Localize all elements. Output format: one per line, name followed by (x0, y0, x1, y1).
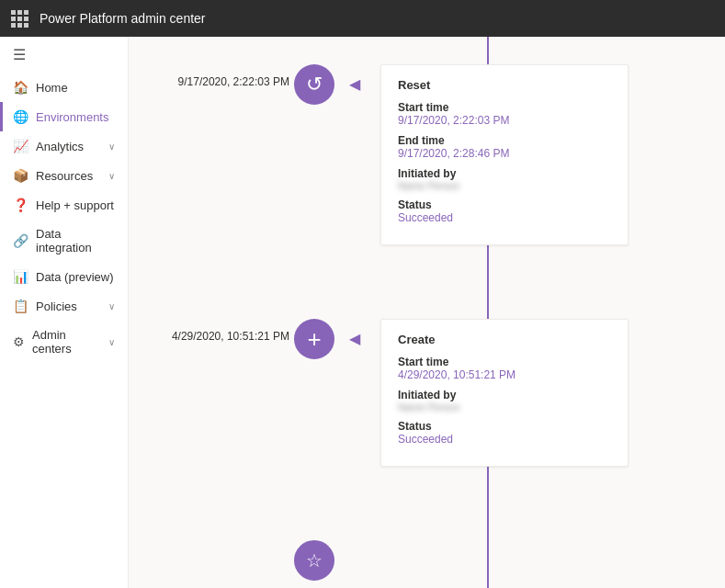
data-integration-icon: 🔗 (13, 233, 28, 248)
timeline-event-create: 4/29/2020, 10:51:21 PM + ◀ Create Start … (294, 319, 725, 467)
timeline: 9/17/2020, 2:22:03 PM ↺ ◀ Reset Start ti… (129, 37, 725, 588)
reset-end-time-value: 9/17/2020, 2:28:46 PM (398, 147, 611, 160)
sidebar-item-environments[interactable]: 🌐 Environments (0, 102, 128, 131)
resources-chevron-icon: ∨ (108, 171, 115, 181)
reset-icon: ↺ (294, 64, 334, 105)
reset-start-time-value: 9/17/2020, 2:22:03 PM (398, 114, 611, 127)
create-card-title: Create (398, 333, 611, 346)
main-content: 9/17/2020, 2:22:03 PM ↺ ◀ Reset Start ti… (129, 37, 725, 588)
create-initiated-by-value: Name Person (398, 401, 611, 413)
create-initiated-by-label: Initiated by (398, 389, 611, 401)
sidebar-label-policies: Policies (36, 300, 77, 313)
environments-icon: 🌐 (13, 109, 28, 124)
timeline-event-reset: 9/17/2020, 2:22:03 PM ↺ ◀ Reset Start ti… (294, 64, 725, 245)
sidebar-item-home[interactable]: 🏠 Home (0, 73, 128, 102)
sidebar-label-home: Home (36, 81, 68, 95)
reset-event-card: Reset Start time 9/17/2020, 2:22:03 PM E… (380, 64, 629, 245)
reset-status-label: Status (398, 198, 611, 211)
timeline-event-star: ☆ (294, 540, 725, 581)
sidebar-item-admin-centers[interactable]: ⚙ Admin centers ∨ (0, 321, 128, 363)
reset-start-time-label: Start time (398, 101, 611, 114)
policies-chevron-icon: ∨ (108, 301, 115, 311)
topbar: Power Platform admin center (0, 0, 725, 37)
reset-card-title: Reset (398, 78, 611, 92)
reset-icon-wrapper: ↺ ◀ (294, 64, 334, 105)
sidebar-label-resources: Resources (36, 169, 93, 183)
create-start-time-field: Start time 4/29/2020, 10:51:21 PM (398, 356, 611, 381)
create-start-time-value: 4/29/2020, 10:51:21 PM (398, 368, 611, 381)
sidebar-label-data-integration: Data integration (36, 227, 115, 254)
sidebar-label-analytics: Analytics (36, 140, 84, 153)
resources-icon: 📦 (13, 168, 28, 183)
sidebar-item-analytics[interactable]: 📈 Analytics ∨ (0, 131, 128, 161)
sidebar-label-data-preview: Data (preview) (36, 270, 114, 284)
reset-end-time-label: End time (398, 134, 611, 147)
create-status-label: Status (398, 420, 611, 433)
analytics-chevron-icon: ∨ (108, 141, 115, 152)
create-event-card: Create Start time 4/29/2020, 10:51:21 PM… (380, 319, 629, 467)
create-arrow-icon: ◀ (349, 330, 360, 347)
hamburger-button[interactable]: ☰ (0, 37, 128, 73)
reset-initiated-by-value: Name Person (398, 180, 611, 191)
analytics-icon: 📈 (13, 139, 28, 153)
sidebar-label-environments: Environments (36, 110, 108, 124)
sidebar-label-admin-centers: Admin centers (32, 328, 101, 356)
admin-centers-icon: ⚙ (13, 334, 25, 349)
create-status-field: Status Succeeded (398, 420, 611, 446)
sidebar-item-data-integration[interactable]: 🔗 Data integration (0, 220, 128, 262)
policies-icon: 📋 (13, 299, 28, 313)
home-icon: 🏠 (13, 80, 28, 95)
app-title: Power Platform admin center (40, 11, 206, 26)
data-preview-icon: 📊 (13, 269, 28, 284)
app-launcher-icon[interactable] (11, 10, 28, 28)
reset-start-time-field: Start time 9/17/2020, 2:22:03 PM (398, 101, 611, 127)
sidebar-item-resources[interactable]: 📦 Resources ∨ (0, 161, 128, 190)
admin-centers-chevron-icon: ∨ (108, 337, 115, 347)
layout: ☰ 🏠 Home 🌐 Environments 📈 Analytics ∨ 📦 … (0, 37, 725, 588)
sidebar: ☰ 🏠 Home 🌐 Environments 📈 Analytics ∨ 📦 … (0, 37, 129, 588)
sidebar-item-help-support[interactable]: ❓ Help + support (0, 190, 128, 220)
create-initiated-by-field: Initiated by Name Person (398, 389, 611, 413)
reset-arrow-icon: ◀ (349, 75, 360, 93)
sidebar-item-policies[interactable]: 📋 Policies ∨ (0, 291, 128, 321)
reset-event-date: 9/17/2020, 2:22:03 PM (170, 75, 289, 88)
reset-end-time-field: End time 9/17/2020, 2:28:46 PM (398, 134, 611, 160)
create-event-date: 4/29/2020, 10:51:21 PM (170, 330, 289, 343)
star-icon: ☆ (294, 540, 334, 581)
reset-initiated-by-field: Initiated by Name Person (398, 167, 611, 191)
create-icon: + (294, 319, 334, 359)
create-start-time-label: Start time (398, 356, 611, 368)
sidebar-item-data-preview[interactable]: 📊 Data (preview) (0, 262, 128, 291)
reset-status-value: Succeeded (398, 211, 611, 224)
create-status-value: Succeeded (398, 433, 611, 446)
create-icon-wrapper: + ◀ (294, 319, 334, 359)
help-icon: ❓ (13, 198, 28, 212)
reset-initiated-by-label: Initiated by (398, 167, 611, 180)
sidebar-label-help: Help + support (36, 198, 114, 212)
star-icon-wrapper: ☆ (294, 540, 334, 581)
reset-status-field: Status Succeeded (398, 198, 611, 224)
